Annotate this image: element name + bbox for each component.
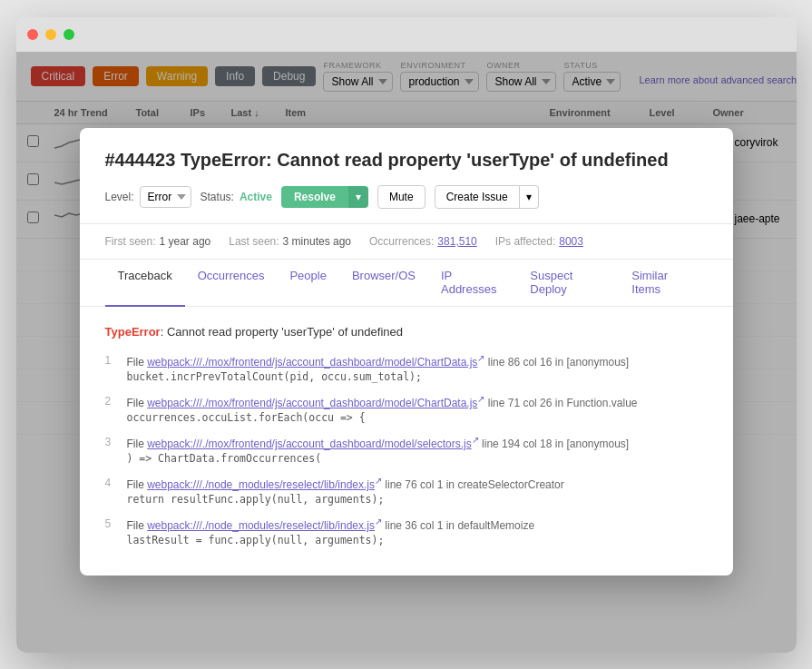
trace-content: File webpack:///./node_modules/reselect/… xyxy=(127,517,708,546)
level-control: Level: Error xyxy=(105,186,191,208)
resolve-button[interactable]: Resolve xyxy=(281,186,348,208)
modal-overlay: #444423 TypeError: Cannot read property … xyxy=(16,52,797,653)
trace-file-link[interactable]: webpack:///./node_modules/reselect/lib/i… xyxy=(147,478,375,491)
level-label: Level: xyxy=(105,191,134,203)
ips-affected-value[interactable]: 8003 xyxy=(559,235,583,248)
trace-code: lastResult = func.apply(null, arguments)… xyxy=(127,534,708,546)
modal-tabs: Traceback Occurrences People Browser/OS … xyxy=(80,260,733,307)
tab-occurrences[interactable]: Occurrences xyxy=(185,260,278,307)
tab-traceback[interactable]: Traceback xyxy=(105,260,185,307)
resolve-button-group: Resolve ▾ xyxy=(281,186,368,208)
trace-file-link[interactable]: webpack:///./mox/frontend/js/account_das… xyxy=(147,438,472,450)
first-seen-item: First seen: 1 year ago xyxy=(105,235,211,248)
trace-content: File webpack:///./mox/frontend/js/accoun… xyxy=(127,353,708,383)
modal-controls: Level: Error Status: Active Resolve ▾ xyxy=(105,185,708,209)
trace-content: File webpack:///./mox/frontend/js/accoun… xyxy=(127,435,708,465)
traceback-item-3: 3 File webpack:///./mox/frontend/js/acco… xyxy=(105,435,708,465)
traceback-item-5: 5 File webpack:///./node_modules/reselec… xyxy=(105,517,708,546)
maximize-button[interactable] xyxy=(64,29,74,40)
trace-code: occurrences.occuList.forEach(occu => { xyxy=(127,411,708,424)
trace-num: 5 xyxy=(105,517,127,546)
traceback-item-2: 2 File webpack:///./mox/frontend/js/acco… xyxy=(105,394,708,424)
ips-affected-item: IPs affected: 8003 xyxy=(495,235,583,248)
tab-browser-os[interactable]: Browser/OS xyxy=(339,260,428,307)
trace-content: File webpack:///./node_modules/reselect/… xyxy=(127,476,708,506)
resolve-dropdown-button[interactable]: ▾ xyxy=(348,186,368,208)
error-message: TypeError: Cannot read property 'userTyp… xyxy=(105,325,708,339)
trace-content: File webpack:///./mox/frontend/js/accoun… xyxy=(127,394,708,424)
mute-button[interactable]: Mute xyxy=(377,185,426,209)
minimize-button[interactable] xyxy=(45,29,56,40)
status-label: Status: xyxy=(201,191,234,203)
error-description: : Cannot read property 'userType' of und… xyxy=(161,325,403,339)
traceback-item-4: 4 File webpack:///./node_modules/reselec… xyxy=(105,476,708,506)
traceback-item-1: 1 File webpack:///./mox/frontend/js/acco… xyxy=(105,353,708,383)
last-seen-label: Last seen: xyxy=(229,235,279,248)
create-issue-dropdown-button[interactable]: ▾ xyxy=(520,185,539,209)
status-control: Status: Active xyxy=(201,191,272,203)
trace-file-link[interactable]: webpack:///./mox/frontend/js/account_das… xyxy=(147,397,477,409)
level-select[interactable]: Error xyxy=(140,186,191,208)
traceback-list: 1 File webpack:///./mox/frontend/js/acco… xyxy=(105,353,708,546)
modal-meta: First seen: 1 year ago Last seen: 3 minu… xyxy=(80,224,733,260)
tab-suspect-deploy[interactable]: Suspect Deploy xyxy=(517,260,619,307)
trace-file-link[interactable]: webpack:///./mox/frontend/js/account_das… xyxy=(147,356,477,369)
trace-code: ) => ChartData.fromOccurrences( xyxy=(127,452,708,465)
modal-title: #444423 TypeError: Cannot read property … xyxy=(105,150,708,171)
create-issue-button[interactable]: Create Issue xyxy=(435,185,520,209)
tab-similar-items[interactable]: Similar Items xyxy=(619,260,707,307)
issue-detail-modal: #444423 TypeError: Cannot read property … xyxy=(80,128,733,576)
last-seen-value: 3 minutes ago xyxy=(283,235,351,248)
trace-code: bucket.incrPrevTotalCount(pid, occu.sum_… xyxy=(127,370,708,383)
trace-code: return resultFunc.apply(null, arguments)… xyxy=(127,493,708,506)
trace-num: 2 xyxy=(105,394,127,424)
trace-num: 1 xyxy=(105,353,127,383)
tab-ip-addresses[interactable]: IP Addresses xyxy=(428,260,517,307)
create-issue-button-group: Create Issue ▾ xyxy=(435,185,539,209)
first-seen-label: First seen: xyxy=(105,235,156,248)
trace-file-link[interactable]: webpack:///./node_modules/reselect/lib/i… xyxy=(147,519,375,532)
trace-num: 4 xyxy=(105,476,127,506)
modal-header: #444423 TypeError: Cannot read property … xyxy=(80,128,733,224)
modal-body: TypeError: Cannot read property 'userTyp… xyxy=(80,307,733,576)
ips-affected-label: IPs affected: xyxy=(495,235,556,248)
status-value: Active xyxy=(240,191,272,203)
occurrences-item: Occurrences: 381,510 xyxy=(369,235,477,248)
titlebar xyxy=(16,17,797,52)
close-button[interactable] xyxy=(27,29,38,40)
occurrences-value[interactable]: 381,510 xyxy=(437,235,476,248)
tab-people[interactable]: People xyxy=(277,260,338,307)
trace-num: 3 xyxy=(105,435,127,465)
first-seen-value: 1 year ago xyxy=(160,235,211,248)
error-type-name: TypeError xyxy=(105,325,161,339)
occurrences-label: Occurrences: xyxy=(369,235,434,248)
last-seen-item: Last seen: 3 minutes ago xyxy=(229,235,351,248)
